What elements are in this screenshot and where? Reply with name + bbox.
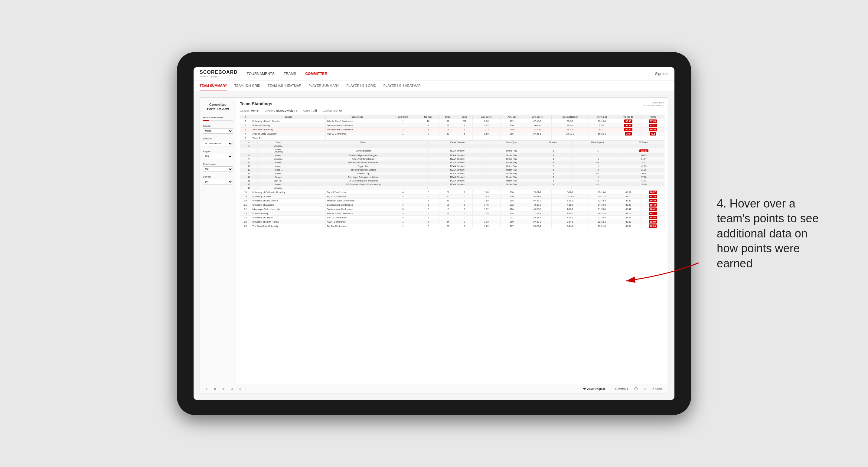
table-row[interactable]: 22 Mississippi State University Southeas… [240, 207, 664, 211]
sidebar-section-school: School (All) [203, 176, 233, 185]
sidebar-gender-select[interactable]: Men's [203, 128, 233, 134]
logo: SCOREBOARD [199, 69, 238, 75]
logo-sub: Powered by clippi [199, 75, 238, 78]
table-row[interactable]: 23 Duke University Atlantic Coast Confer… [240, 211, 664, 216]
nav-divider: | [651, 71, 653, 76]
col-adj-score: Adj. Score [472, 115, 500, 119]
col-avg-sg: Avg. SG [500, 115, 523, 119]
watch-icon: 👁 [615, 387, 617, 391]
sidebar-title: CommitteePortal Review [203, 102, 233, 111]
top-nav: SCOREBOARD Powered by clippi TOURNAMENTS… [193, 67, 675, 81]
tab-player-h2h-heatmap[interactable]: PLAYER H2H HEATMAP [383, 81, 421, 90]
list-item: 14GeorgiaBen Hogan Collegiate Invitation… [241, 176, 664, 179]
table-row[interactable]: 18 University of California, Berkeley Pa… [240, 190, 664, 194]
annotation-text: 4. Hover over a team's points to see add… [717, 196, 819, 271]
annotation-arrow [614, 257, 705, 293]
tab-player-h2h-grid[interactable]: PLAYER H2H GRID [347, 81, 376, 90]
table-row[interactable]: 20 University of New Mexico Mountain Wes… [240, 199, 664, 203]
share-icon: ↗ [652, 387, 654, 391]
sidebar-section-region: Region N/A [203, 150, 233, 159]
col-conf-rank: Conf Rank [389, 115, 417, 119]
slider-track[interactable] [203, 120, 233, 121]
table-row[interactable]: 19 University of Texas Big 12 Conference… [240, 194, 664, 199]
bottom-toolbar: ↺ ↻ ⊕ ⧉ ⏱ 👁 View: Original 👁 Watch ▾ [200, 384, 668, 394]
tablet-screen: SCOREBOARD Powered by clippi TOURNAMENTS… [193, 67, 675, 400]
nav-links: TOURNAMENTS TEAMS COMMITTEE [247, 70, 651, 77]
sidebar-conference-select[interactable]: (All) [203, 166, 233, 172]
sidebar-section-division: Division NCAA Division I [203, 137, 233, 146]
table-row[interactable]: 1 University of North Carolina Atlantic … [240, 119, 664, 123]
sidebar-division-select[interactable]: NCAA Division I [203, 141, 233, 146]
col-overall-record: Overall Record [551, 115, 589, 119]
slider-fill [203, 120, 209, 121]
watch-button[interactable]: 👁 Watch ▾ [613, 387, 630, 391]
toolbar-right: 👁 Watch ▾ 💬 ⤢ ↗ Share [613, 387, 664, 391]
standings-table: # School Conference Conf Rank No Tour Bn… [240, 115, 664, 228]
col-no-tour: No Tour [417, 115, 439, 119]
comment-button[interactable]: 💬 [632, 387, 639, 391]
nav-teams[interactable]: TEAMS [284, 70, 296, 77]
sidebar-school-select[interactable]: (All) [203, 179, 233, 185]
list-item: 15East Tei...OFCC Fighting Illini Invita… [241, 179, 664, 183]
expand-button[interactable]: ⤢ [642, 387, 648, 391]
standings-title: Team Standings [240, 101, 272, 106]
sidebar-section-rounds: Minimum Rounds [203, 116, 233, 121]
filter-division: Division: NCAA Division I [265, 109, 297, 112]
sidebar-label-gender: Gender [203, 125, 233, 127]
zoom-button[interactable]: ⊕ [220, 387, 226, 391]
list-item: 8Univers...Southern Highlands Collegiate… [241, 154, 664, 157]
list-item: 12Florida I...The Cypress Point ClassicN… [241, 168, 664, 172]
timer-button[interactable]: ⏱ [237, 387, 243, 391]
filter-gender: Gender: Men's [240, 109, 258, 112]
tab-player-summary[interactable]: PLAYER SUMMARY [309, 81, 339, 90]
view-original-button[interactable]: 👁 View: Original [581, 387, 607, 391]
nav-tournaments[interactable]: TOURNAMENTS [247, 70, 275, 77]
tablet-device: SCOREBOARD Powered by clippi TOURNAMENTS… [177, 52, 691, 415]
table-row[interactable]: 4 Arizona State University Pac-12 Confer… [240, 132, 664, 136]
sidebar-section-gender: Gender Men's [203, 125, 233, 134]
tab-team-h2h-heatmap[interactable]: TEAM H2H HEATMAP [268, 81, 301, 90]
table-row[interactable]: 2 Auburn University Southeastern Confere… [240, 123, 664, 128]
nav-committee[interactable]: COMMITTEE [305, 70, 327, 77]
sidebar-label-school: School [203, 176, 233, 178]
list-item: 10Univers...National Invitational Tourna… [241, 161, 664, 164]
tooltip-header: # Team Event Event Division Event Type R… [241, 141, 664, 144]
tab-team-h2h-grid[interactable]: TEAM H2H GRID [235, 81, 260, 90]
app-frame: CommitteePortal Review Minimum Rounds Ge… [199, 97, 669, 394]
sidebar-label-rounds: Minimum Rounds [203, 116, 233, 119]
list-item: 13Univers...Williams CupNCAA Division IS… [241, 172, 664, 176]
table-header-row: # School Conference Conf Rank No Tour Bn… [240, 115, 664, 119]
sidebar-label-region: Region [203, 150, 233, 153]
app-inner: CommitteePortal Review Minimum Rounds Ge… [200, 98, 668, 384]
col-vs-top50: Vs Top 50 [615, 115, 642, 119]
list-item: 7Univers...UniversityCelre CollegiateNCA… [241, 148, 664, 154]
standings-header: Team Standings Update time:13/03/2024 10… [240, 101, 664, 107]
col-num: # [240, 115, 251, 119]
filter-row: Gender: Men's Division: NCAA Division I … [240, 109, 664, 112]
table-row[interactable]: 21 University of Alabama Southeastern Co… [240, 203, 664, 207]
tab-team-summary[interactable]: TEAM SUMMARY [199, 81, 227, 90]
filter-region: Region: All [303, 109, 317, 112]
table-row[interactable]: 25 University of North Florida ASUN Conf… [240, 220, 664, 224]
undo-button[interactable]: ↺ [204, 387, 210, 391]
sidebar: CommitteePortal Review Minimum Rounds Ge… [200, 98, 236, 384]
tooltip-header-row: # Team Event Event Division Event Type R… [240, 141, 664, 190]
list-item: 6Univers... [241, 144, 664, 148]
redo-button[interactable]: ↻ [212, 387, 218, 391]
sign-out-link[interactable]: Sign out [655, 72, 669, 76]
col-points: Points [642, 115, 664, 119]
table-row-highlighted[interactable]: 3 Vanderbilt University Southeastern Con… [240, 128, 664, 132]
sidebar-label-conference: Conference [203, 163, 233, 165]
table-row[interactable]: 5 Texas T... [240, 136, 664, 141]
copy-button[interactable]: ⧉ [229, 386, 235, 391]
sidebar-region-select[interactable]: N/A [203, 154, 233, 159]
filter-conference: Conference: All [323, 109, 342, 112]
col-low-score: Low Score [523, 115, 551, 119]
sidebar-label-division: Division [203, 137, 233, 140]
annotation-container: 4. Hover over a team's points to see add… [717, 196, 819, 271]
table-row[interactable]: 26 The Ohio State University Big Ten Con… [240, 224, 664, 228]
table-row[interactable]: 24 University of Oregon Pac-12 Conferenc… [240, 216, 664, 220]
content-area[interactable]: Team Standings Update time:13/03/2024 10… [236, 98, 668, 384]
sub-nav: TEAM SUMMARY TEAM H2H GRID TEAM H2H HEAT… [193, 81, 675, 91]
share-button[interactable]: ↗ Share [650, 387, 664, 391]
